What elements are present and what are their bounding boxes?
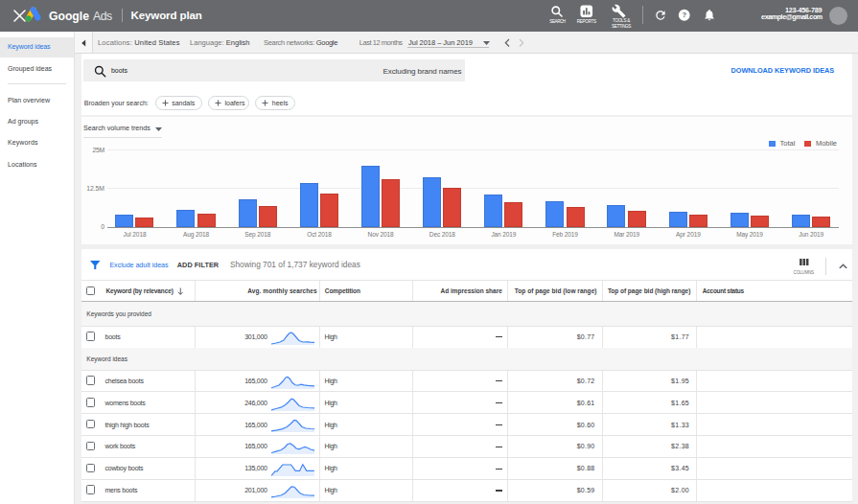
- svg-text:?: ?: [682, 11, 686, 19]
